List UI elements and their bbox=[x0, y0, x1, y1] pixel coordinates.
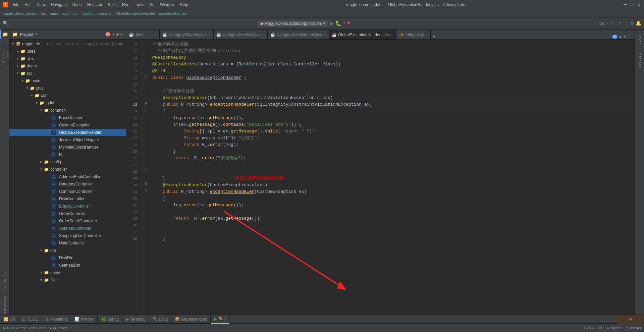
tree-item-common[interactable]: ▼ 📁 common bbox=[9, 107, 126, 114]
menu-file[interactable]: File bbox=[11, 2, 21, 8]
tree-item-user[interactable]: C UserController bbox=[9, 239, 126, 247]
run-configuration[interactable]: ▶ ReggleDemoJgdabcApplication ▼ bbox=[258, 20, 328, 26]
breadcrumb-item[interactable]: src bbox=[41, 11, 46, 15]
tree-item-java[interactable]: ▼ 📁 java bbox=[9, 85, 126, 92]
window-controls[interactable]: ─ □ ✕ bbox=[623, 2, 641, 7]
tree-item-common-ctrl[interactable]: C CommonController bbox=[9, 188, 126, 195]
maven-btn[interactable]: Maven bbox=[635, 30, 644, 50]
expand-arrow[interactable]: ▼ bbox=[39, 109, 44, 112]
breadcrumb-item[interactable]: reggle_demo_jgdabc bbox=[3, 11, 37, 15]
expand-arrow[interactable]: ▼ bbox=[39, 249, 44, 253]
btab-spring[interactable]: 🌿 Spring bbox=[98, 315, 123, 324]
run-close-btn[interactable]: ✕ bbox=[70, 326, 73, 330]
run-btn[interactable]: ▶ bbox=[330, 20, 334, 27]
btab-build[interactable]: 🔨 Build bbox=[149, 315, 172, 324]
tree-item-src[interactable]: ▼ 📁 src bbox=[9, 70, 126, 77]
tree-item-shoppingcart[interactable]: C ShoppingCartController bbox=[9, 232, 126, 239]
menu-window[interactable]: Window bbox=[158, 2, 176, 8]
tab-java[interactable]: ☕ .java ✕ bbox=[126, 30, 160, 39]
tab-overflow-btn[interactable]: ▼ bbox=[431, 35, 437, 39]
notifications-btn[interactable]: 🔔 bbox=[636, 20, 641, 26]
project-dropdown-arrow[interactable]: ▼ bbox=[36, 33, 38, 36]
expand-arrow[interactable]: ▼ bbox=[15, 72, 20, 75]
tree-item-jgdabc[interactable]: ▼ 📁 jgdabc bbox=[9, 99, 126, 107]
tab-nav-down[interactable]: ▼ bbox=[624, 35, 626, 39]
btab-profiler[interactable]: 📊 Profiler bbox=[71, 315, 97, 324]
expand-arrow[interactable]: ▼ bbox=[39, 278, 44, 282]
tree-item-r[interactable]: C R_ bbox=[9, 151, 126, 158]
tree-item-mvn[interactable]: ▶ 📁 .mvn bbox=[9, 55, 126, 62]
tab-close-btn[interactable]: ✕ bbox=[154, 33, 157, 37]
coverage-btn[interactable]: ☂ bbox=[343, 20, 346, 27]
tree-item-idea[interactable]: ▶ 📁 .idea bbox=[9, 48, 126, 55]
tree-item-orderdetail[interactable]: C OrderDetailController bbox=[9, 217, 126, 225]
menu-code[interactable]: Code bbox=[70, 2, 84, 8]
minimize-button[interactable]: ─ bbox=[623, 2, 628, 7]
tab-close-btn[interactable]: ✕ bbox=[262, 33, 265, 37]
git-history[interactable]: ⟳ bbox=[619, 21, 622, 25]
btab-todo[interactable]: ☑ TODO bbox=[18, 315, 42, 324]
line-col-status[interactable]: 18:1 bbox=[597, 326, 604, 330]
tree-item-entity[interactable]: ▼ 📁 entity bbox=[9, 269, 126, 276]
breadcrumb-item[interactable]: java bbox=[62, 11, 68, 15]
expand-arrow[interactable]: ▼ bbox=[30, 94, 34, 98]
tree-item-dishdto[interactable]: C DishDto bbox=[9, 254, 126, 262]
tab-menu-btn[interactable]: ⋮ bbox=[628, 34, 632, 39]
database-btn[interactable]: Database bbox=[635, 50, 644, 70]
menu-run[interactable]: Run bbox=[120, 2, 131, 8]
expand-arrow[interactable]: ▶ bbox=[15, 57, 20, 61]
tree-item-order[interactable]: C OrderController bbox=[9, 210, 126, 217]
git-branch-status[interactable]: ⎇ master bbox=[624, 326, 641, 330]
tree-item-setmealdto[interactable]: C SetmealDto bbox=[9, 262, 126, 269]
tab-categoryservice[interactable]: ☕ CategoryService.java ✕ bbox=[214, 30, 268, 39]
expand-arrow[interactable]: ▶ bbox=[15, 64, 20, 68]
settings-btn[interactable]: ⚙ bbox=[631, 20, 634, 26]
breadcrumb-item[interactable]: common bbox=[98, 11, 112, 15]
menu-build[interactable]: Build bbox=[106, 2, 119, 8]
gutter-fold-27[interactable]: ⊟ bbox=[145, 168, 147, 172]
breadcrumb-item[interactable]: jgdabc bbox=[84, 11, 94, 15]
indent-status[interactable]: 4 spaces bbox=[607, 326, 622, 330]
btab-run[interactable]: ▶ Run bbox=[211, 315, 229, 324]
gutter-fold-14[interactable]: ⊟ bbox=[145, 74, 147, 78]
tree-item-addressbook[interactable]: C AddressBookController bbox=[9, 173, 126, 180]
btab-problems[interactable]: ⚠ Problems bbox=[42, 315, 71, 324]
expand-arrow[interactable]: ▼ bbox=[11, 42, 15, 46]
tab-close-btn[interactable]: ✕ bbox=[425, 33, 428, 37]
tree-item-demo[interactable]: ▶ 📁 demo bbox=[9, 62, 126, 70]
debug-btn[interactable]: 🐛 bbox=[335, 20, 342, 27]
menu-navigate[interactable]: Navigate bbox=[49, 2, 69, 8]
git-arrows[interactable]: ↕ bbox=[615, 21, 617, 25]
run-config-dropdown[interactable]: ▼ bbox=[322, 21, 326, 25]
btab-dependencies[interactable]: 📦 Dependencies bbox=[171, 315, 211, 324]
tab-categoryserviceimpl[interactable]: ☕ CategoryServiceImpl.java ✕ bbox=[268, 30, 329, 39]
expand-arrow[interactable]: ▶ bbox=[15, 49, 20, 53]
expand-arrow[interactable]: ▼ bbox=[25, 87, 30, 90]
menu-tools[interactable]: Tools bbox=[133, 2, 146, 8]
btab-git[interactable]: 🔀 Git bbox=[0, 315, 18, 324]
tree-item-com[interactable]: ▼ 📁 com bbox=[9, 92, 126, 99]
tree-item-main[interactable]: ▼ 📁 main bbox=[9, 77, 126, 85]
expand-arrow[interactable]: ▼ bbox=[39, 168, 44, 171]
close-button[interactable]: ✕ bbox=[636, 2, 641, 7]
breadcrumb-item-active[interactable]: GlobalExceptionHander bbox=[116, 11, 155, 15]
tree-item-config[interactable]: ▶ 📁 config bbox=[9, 158, 126, 166]
tree-item-controller[interactable]: ▼ 📁 controller bbox=[9, 166, 126, 173]
tree-item-globalexception[interactable]: C GlobalExceptionHander bbox=[9, 129, 126, 136]
code-content[interactable]: //全局异常处理器 //加注解指定拦截处理异常的Controller @Resp… bbox=[150, 40, 635, 315]
tree-item-dish[interactable]: C DishController bbox=[9, 195, 126, 203]
encoding-status[interactable]: UTF-8 bbox=[584, 326, 594, 330]
tree-item-customexception[interactable]: C CustomException bbox=[9, 121, 126, 129]
tab-nav-up[interactable]: ▲ bbox=[619, 35, 622, 39]
run-status[interactable]: ▶ Run: ReggleDemoJgdabcApplication ✕ bbox=[3, 326, 73, 330]
search-everywhere-btn[interactable]: 🔍 bbox=[3, 20, 8, 26]
tree-item-root[interactable]: ▼ 📦 reggle_demo_jgdabc E:\java_project_\… bbox=[9, 40, 126, 48]
menu-view[interactable]: View bbox=[35, 2, 48, 8]
expand-arrow[interactable]: ▼ bbox=[34, 101, 39, 105]
breadcrumb-item[interactable]: main bbox=[50, 11, 58, 15]
commit-icon[interactable]: ✓ bbox=[0, 39, 9, 48]
expand-arrow[interactable]: ▼ bbox=[39, 271, 44, 275]
tab-categoryjs[interactable]: JS category.js ✕ bbox=[396, 30, 431, 39]
panel-close-btn[interactable]: — bbox=[120, 32, 123, 37]
tab-categorymapper[interactable]: ☕ CategoryMapper.java ✕ bbox=[160, 30, 214, 39]
